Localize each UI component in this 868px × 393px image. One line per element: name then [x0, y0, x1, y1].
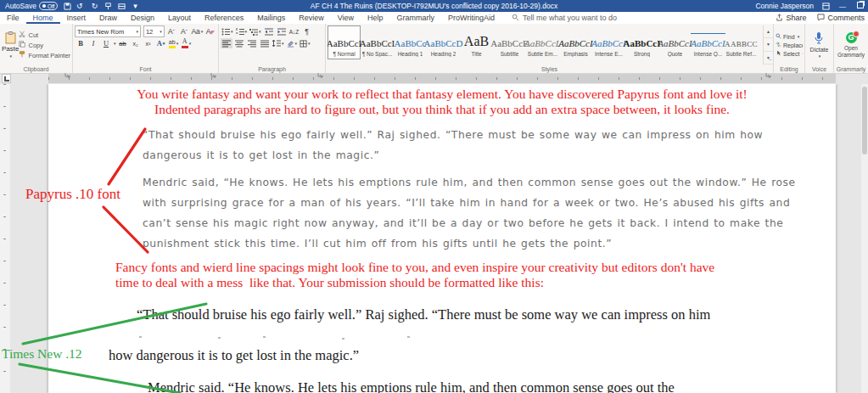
style-heading-2[interactable]: AaBbCcDHeading 2	[427, 25, 460, 59]
autosave-state: Off	[48, 3, 55, 9]
paste-button[interactable]: Paste ▾	[2, 25, 19, 65]
tab-draw[interactable]: Draw	[92, 12, 124, 24]
customize-qat-icon[interactable]: ▾	[131, 2, 139, 10]
style-intense-quote[interactable]: AaBbCcIIntense Q...	[692, 25, 725, 59]
comments-button[interactable]: Comments	[817, 14, 865, 23]
styles-more-icon[interactable]: ▼̲	[764, 52, 773, 65]
clipboard-dialog-launcher-icon[interactable]	[64, 66, 70, 72]
touch-mode-icon[interactable]	[117, 2, 126, 10]
tab-file[interactable]: File	[0, 12, 26, 24]
tab-grammarly[interactable]: Grammarly	[390, 12, 442, 24]
numbering-button[interactable]: ▾	[235, 26, 249, 36]
align-center-button[interactable]	[233, 38, 245, 48]
style-title[interactable]: AaBTitle	[460, 25, 493, 59]
tab-prowritingaid[interactable]: ProWritingAid	[441, 12, 501, 24]
horizontal-ruler[interactable]	[48, 74, 836, 83]
highlight-button[interactable]: ab▾	[168, 38, 180, 48]
grow-font-button[interactable]: Aˆ	[165, 26, 177, 36]
share-button[interactable]: Share	[776, 14, 806, 23]
replace-icon	[776, 42, 781, 48]
paragraph-dialog-launcher-icon[interactable]	[317, 66, 323, 72]
paste-dropdown-caret[interactable]: ▾	[9, 53, 12, 59]
sort-button[interactable]: A↓Z	[288, 26, 300, 36]
tab-mailings[interactable]: Mailings	[250, 12, 292, 24]
vertical-scrollbar[interactable]	[861, 84, 868, 393]
restore-button[interactable]	[855, 2, 865, 10]
superscript-button[interactable]: x²	[143, 38, 154, 48]
justify-button[interactable]	[259, 38, 271, 48]
style-emphasis[interactable]: AaBbCcIEmphasis	[559, 25, 592, 59]
text-effects-button[interactable]: A▾	[155, 38, 167, 48]
tab-home[interactable]: Home	[26, 12, 60, 24]
tab-design[interactable]: Design	[124, 12, 161, 24]
dictate-button[interactable]: Dictate ▾	[810, 25, 829, 65]
style-quote[interactable]: AaBbCcIQuote	[658, 25, 692, 59]
annotation-middle-line-2: time to deal with a mess like that. Your…	[115, 275, 544, 291]
open-grammarly-button[interactable]: G Open Grammarly	[836, 25, 866, 65]
increase-indent-button[interactable]	[276, 26, 288, 36]
tab-selector[interactable]	[2, 74, 11, 83]
papyrus-paragraph-1-line-2: dangerous it is to get lost in the magic…	[143, 145, 379, 166]
style-subtle-emphasis[interactable]: AaBbCcLSubtle Em...	[526, 25, 559, 59]
style-strong[interactable]: AaBbCcIStrong	[625, 25, 658, 59]
font-dialog-launcher-icon[interactable]	[210, 66, 216, 72]
papyrus-paragraph-2-line-3: can’t sense his magic right now anyway, …	[143, 213, 783, 233]
style-heading-1[interactable]: AaBbCcHeading 1	[394, 25, 427, 59]
text-artifact	[407, 336, 410, 338]
cut-button[interactable]: Cut	[19, 31, 70, 39]
font-size-select[interactable]: 12▾	[143, 25, 165, 37]
ribbon-display-options-icon[interactable]	[821, 2, 830, 10]
style-subtle-reference[interactable]: AABBCCSubtle Ref...	[725, 25, 758, 59]
styles-scroll-down-icon[interactable]: ▼	[764, 38, 773, 51]
show-formatting-marks-button[interactable]: ¶	[301, 26, 313, 36]
copy-button[interactable]: Copy	[19, 41, 70, 49]
tab-help[interactable]: Help	[361, 12, 390, 24]
text-artifact	[139, 336, 142, 338]
microphone-icon	[814, 31, 824, 46]
font-family-select[interactable]: Times New Rom▾	[75, 25, 141, 37]
align-right-button[interactable]	[246, 38, 258, 48]
underline-caret[interactable]: ▾	[114, 41, 116, 46]
shading-button[interactable]: ▾	[286, 38, 299, 48]
format-painter-qat-icon[interactable]	[104, 2, 112, 10]
redo-icon[interactable]: ↻	[90, 2, 98, 10]
bold-button[interactable]: B	[75, 38, 87, 48]
shrink-font-button[interactable]: Aˇ	[178, 26, 190, 36]
tab-references[interactable]: References	[198, 12, 250, 24]
autosave-toggle[interactable]: AutoSave Off	[5, 2, 58, 10]
save-icon[interactable]	[63, 2, 71, 10]
text-artifact	[218, 337, 221, 339]
font-color-button[interactable]: A▾	[181, 38, 193, 48]
italic-button[interactable]: I	[87, 38, 99, 48]
style-subtitle[interactable]: AaBbCcESubtitle	[493, 25, 526, 59]
tab-view[interactable]: View	[331, 12, 361, 24]
strikethrough-button[interactable]: ab	[117, 38, 129, 48]
borders-button[interactable]: ▾	[299, 38, 311, 48]
change-case-button[interactable]: Aa▾	[191, 26, 204, 36]
find-button[interactable]: Find▾	[776, 33, 803, 40]
tab-insert[interactable]: Insert	[60, 12, 93, 24]
minimize-button[interactable]: —	[837, 3, 848, 10]
tab-layout[interactable]: Layout	[161, 12, 198, 24]
subscript-button[interactable]: x₂	[130, 38, 142, 48]
style-no-spacing[interactable]: AaBbCcI¶ No Spac...	[361, 25, 394, 59]
line-spacing-button[interactable]: ▾	[272, 38, 285, 48]
styles-scroll-up-icon[interactable]: ▲	[764, 25, 773, 38]
bullets-button[interactable]: ▾	[221, 26, 234, 36]
clear-formatting-button[interactable]: A◤	[204, 26, 216, 36]
style-normal[interactable]: AaBbCcI¶ Normal	[328, 25, 361, 59]
decrease-indent-button[interactable]	[263, 26, 275, 36]
styles-dialog-launcher-icon[interactable]	[765, 66, 771, 72]
select-button[interactable]: Select▾	[776, 50, 803, 57]
multilevel-list-button[interactable]: ▾	[249, 26, 262, 36]
format-painter-button[interactable]: Format Painter	[19, 51, 70, 59]
replace-button[interactable]: Replace	[776, 42, 803, 48]
underline-button[interactable]: U	[100, 38, 112, 48]
tell-me-search[interactable]: Tell me what you want to do	[512, 12, 617, 24]
ribbon-tab-row: File Home Insert Draw Design Layout Refe…	[0, 12, 868, 24]
undo-icon[interactable]: ↺▾	[76, 2, 85, 10]
tab-review[interactable]: Review	[292, 12, 331, 24]
scrollbar-thumb[interactable]	[862, 87, 867, 154]
align-left-button[interactable]	[221, 38, 232, 48]
style-intense-emphasis[interactable]: AaBbCcIIntense E...	[592, 25, 625, 59]
